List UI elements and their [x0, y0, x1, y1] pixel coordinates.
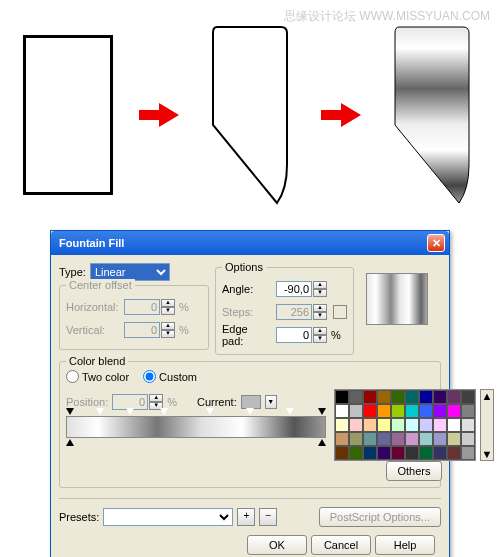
- palette-color[interactable]: [363, 432, 377, 446]
- fountain-fill-dialog: Fountain Fill ✕ Type: Linear Center offs…: [50, 230, 450, 557]
- color-blend-title: Color blend: [66, 355, 128, 367]
- palette-color[interactable]: [363, 404, 377, 418]
- palette-color[interactable]: [419, 418, 433, 432]
- palette-color[interactable]: [447, 446, 461, 460]
- palette-color[interactable]: [335, 404, 349, 418]
- two-color-radio[interactable]: Two color: [66, 370, 129, 383]
- palette-color[interactable]: [335, 432, 349, 446]
- palette-color[interactable]: [447, 404, 461, 418]
- steps-label: Steps:: [222, 306, 272, 318]
- palette-color[interactable]: [419, 446, 433, 460]
- spin-down-icon: ▼: [161, 330, 175, 338]
- color-blend-group: Color blend Two color Custom Position: ▲…: [59, 361, 441, 488]
- angle-label: Angle:: [222, 283, 272, 295]
- palette-color[interactable]: [349, 432, 363, 446]
- spin-up-icon: ▲: [161, 299, 175, 307]
- preset-add-button[interactable]: +: [237, 508, 255, 526]
- palette-color[interactable]: [461, 390, 475, 404]
- palette-color[interactable]: [447, 432, 461, 446]
- options-group: Options Angle:▲▼ Steps:▲▼ Edge pad:▲▼%: [215, 267, 354, 355]
- spin-down-icon: ▼: [313, 312, 327, 320]
- custom-radio[interactable]: Custom: [143, 370, 197, 383]
- shape-rectangle: [23, 35, 113, 195]
- presets-select[interactable]: [103, 508, 233, 526]
- palette-color[interactable]: [335, 446, 349, 460]
- palette-color[interactable]: [377, 404, 391, 418]
- spin-up-icon: ▲: [313, 304, 327, 312]
- gradient-bar[interactable]: [66, 416, 326, 438]
- palette-color[interactable]: [335, 390, 349, 404]
- palette-color[interactable]: [405, 418, 419, 432]
- palette-color[interactable]: [377, 446, 391, 460]
- palette-color[interactable]: [447, 390, 461, 404]
- color-palette[interactable]: [334, 389, 476, 461]
- titlebar: Fountain Fill ✕: [51, 231, 449, 255]
- palette-color[interactable]: [433, 404, 447, 418]
- gradient-preview[interactable]: [366, 273, 428, 325]
- palette-color[interactable]: [349, 418, 363, 432]
- palette-color[interactable]: [391, 418, 405, 432]
- illustration: [0, 0, 500, 230]
- spin-up-icon: ▲: [149, 394, 163, 402]
- arrow-icon: [139, 103, 179, 127]
- palette-scrollbar[interactable]: ▲▼: [480, 389, 494, 461]
- dropdown-icon[interactable]: ▼: [265, 395, 277, 409]
- palette-color[interactable]: [405, 404, 419, 418]
- current-swatch: [241, 395, 261, 409]
- palette-color[interactable]: [419, 390, 433, 404]
- shape-gradient: [387, 25, 477, 205]
- spin-down-icon: ▼: [161, 307, 175, 315]
- palette-color[interactable]: [349, 390, 363, 404]
- palette-color[interactable]: [419, 432, 433, 446]
- help-button[interactable]: Help: [375, 535, 435, 555]
- palette-color[interactable]: [433, 432, 447, 446]
- palette-color[interactable]: [363, 446, 377, 460]
- palette-color[interactable]: [461, 432, 475, 446]
- palette-color[interactable]: [377, 418, 391, 432]
- palette-color[interactable]: [405, 390, 419, 404]
- steps-input: [276, 304, 312, 320]
- palette-color[interactable]: [391, 390, 405, 404]
- close-button[interactable]: ✕: [427, 234, 445, 252]
- palette-color[interactable]: [419, 404, 433, 418]
- palette-color[interactable]: [433, 390, 447, 404]
- presets-label: Presets:: [59, 511, 99, 523]
- edgepad-input[interactable]: [276, 327, 312, 343]
- center-offset-title: Center offset: [66, 279, 135, 291]
- palette-color[interactable]: [363, 418, 377, 432]
- palette-color[interactable]: [349, 446, 363, 460]
- horizontal-input: [124, 299, 160, 315]
- palette-color[interactable]: [391, 432, 405, 446]
- shape-outline: [205, 25, 295, 205]
- palette-color[interactable]: [433, 446, 447, 460]
- ok-button[interactable]: OK: [247, 535, 307, 555]
- current-label: Current:: [197, 396, 237, 408]
- palette-color[interactable]: [363, 390, 377, 404]
- palette-color[interactable]: [405, 432, 419, 446]
- spin-down-icon[interactable]: ▼: [313, 289, 327, 297]
- palette-color[interactable]: [335, 418, 349, 432]
- palette-color[interactable]: [377, 390, 391, 404]
- palette-color[interactable]: [391, 446, 405, 460]
- lock-icon[interactable]: [333, 305, 347, 319]
- watermark: 思缘设计论坛 WWW.MISSYUAN.COM: [284, 8, 490, 25]
- palette-color[interactable]: [461, 404, 475, 418]
- cancel-button[interactable]: Cancel: [311, 535, 371, 555]
- palette-color[interactable]: [391, 404, 405, 418]
- spin-up-icon[interactable]: ▲: [313, 327, 327, 335]
- palette-color[interactable]: [349, 404, 363, 418]
- spin-up-icon[interactable]: ▲: [313, 281, 327, 289]
- palette-color[interactable]: [377, 432, 391, 446]
- palette-color[interactable]: [405, 446, 419, 460]
- palette-color[interactable]: [461, 446, 475, 460]
- others-button[interactable]: Others: [386, 461, 441, 481]
- dialog-title: Fountain Fill: [55, 237, 427, 249]
- position-label: Position:: [66, 396, 108, 408]
- palette-color[interactable]: [447, 418, 461, 432]
- angle-input[interactable]: [276, 281, 312, 297]
- spin-down-icon[interactable]: ▼: [313, 335, 327, 343]
- preset-remove-button[interactable]: −: [259, 508, 277, 526]
- palette-color[interactable]: [461, 418, 475, 432]
- palette-color[interactable]: [433, 418, 447, 432]
- type-label: Type:: [59, 266, 86, 278]
